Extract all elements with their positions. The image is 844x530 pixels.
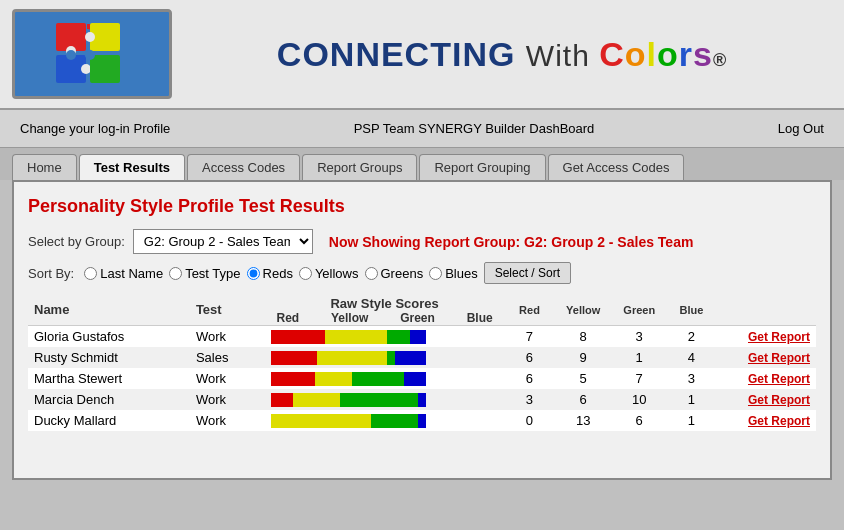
color-bar [271, 372, 426, 386]
svg-rect-6 [90, 55, 120, 83]
bar-red [271, 393, 294, 407]
cell-get-report[interactable]: Get Report [716, 368, 816, 389]
color-bar [271, 393, 426, 407]
bar-blue [395, 351, 426, 365]
title-s: s [693, 35, 713, 73]
cell-red: 6 [505, 368, 555, 389]
cell-yellow: 8 [554, 326, 612, 348]
logo-box [12, 9, 172, 99]
sort-yellows-radio[interactable] [299, 267, 312, 280]
cell-yellow: 9 [554, 347, 612, 368]
col-header-bar: Raw Style Scores Red Yellow Green Blue [265, 294, 505, 326]
tab-get-access-codes[interactable]: Get Access Codes [548, 154, 685, 180]
select-label: Select by Group: [28, 234, 125, 249]
tabs-bar: Home Test Results Access Codes Report Gr… [0, 148, 844, 180]
svg-point-7 [85, 50, 95, 60]
change-profile-link[interactable]: Change your log-in Profile [20, 121, 170, 136]
bar-blue [404, 372, 426, 386]
col-header-green: Green [400, 311, 435, 325]
sort-label: Sort By: [28, 266, 74, 281]
get-report-link[interactable]: Get Report [748, 330, 810, 344]
bar-green [387, 330, 410, 344]
cell-bar [265, 368, 505, 389]
now-showing-text: Now Showing Report Group: G2: Group 2 - … [329, 234, 694, 250]
cell-get-report[interactable]: Get Report [716, 410, 816, 431]
svg-point-5 [81, 64, 91, 74]
tab-access-codes[interactable]: Access Codes [187, 154, 300, 180]
color-bar [271, 351, 426, 365]
cell-yellow: 5 [554, 368, 612, 389]
bar-blue [418, 393, 426, 407]
cell-get-report[interactable]: Get Report [716, 326, 816, 348]
cell-name: Ducky Mallard [28, 410, 190, 431]
cell-red: 6 [505, 347, 555, 368]
cell-bar [265, 389, 505, 410]
cell-get-report[interactable]: Get Report [716, 389, 816, 410]
col-header-blue: Blue [467, 311, 493, 325]
get-report-link[interactable]: Get Report [748, 414, 810, 428]
main-content: Personality Style Profile Test Results S… [12, 180, 832, 480]
col-header-green-num: Green [612, 294, 667, 326]
get-report-link[interactable]: Get Report [748, 372, 810, 386]
logout-link[interactable]: Log Out [778, 121, 824, 136]
cell-bar [265, 410, 505, 431]
cell-name: Rusty Schmidt [28, 347, 190, 368]
sort-yellows[interactable]: Yellows [299, 266, 359, 281]
header: CONNECTING With Colors® [0, 0, 844, 110]
app-title: CONNECTING With Colors® [172, 35, 832, 74]
table-row: Gloria Gustafos Work 7 8 3 2 Get Report [28, 326, 816, 348]
bar-red [271, 351, 318, 365]
cell-blue: 4 [667, 347, 717, 368]
tab-report-groups[interactable]: Report Groups [302, 154, 417, 180]
cell-green: 10 [612, 389, 667, 410]
col-header-yellow: Yellow [331, 311, 368, 325]
select-row: Select by Group: G2: Group 2 - Sales Tea… [28, 229, 816, 254]
cell-name: Marcia Dench [28, 389, 190, 410]
sort-blues-radio[interactable] [429, 267, 442, 280]
cell-green: 1 [612, 347, 667, 368]
get-report-link[interactable]: Get Report [748, 351, 810, 365]
bar-green [352, 372, 403, 386]
sort-greens-radio[interactable] [365, 267, 378, 280]
title-C: C [599, 35, 625, 73]
select-sort-button[interactable]: Select / Sort [484, 262, 571, 284]
sort-testtype-radio[interactable] [169, 267, 182, 280]
bar-yellow [271, 414, 371, 428]
title-l: l [647, 35, 657, 73]
sort-lastname[interactable]: Last Name [84, 266, 163, 281]
tab-report-grouping[interactable]: Report Grouping [419, 154, 545, 180]
col-header-name: Name [28, 294, 190, 326]
cell-blue: 1 [667, 410, 717, 431]
title-connecting: CONNECTING [277, 35, 526, 73]
sort-row: Sort By: Last Name Test Type Reds Yellow… [28, 262, 816, 284]
bar-red [271, 372, 316, 386]
cell-red: 3 [505, 389, 555, 410]
sort-testtype[interactable]: Test Type [169, 266, 240, 281]
raw-scores-header: Raw Style Scores [271, 296, 499, 311]
sort-reds-radio[interactable] [247, 267, 260, 280]
table-row: Martha Stewert Work 6 5 7 3 Get Report [28, 368, 816, 389]
tab-test-results[interactable]: Test Results [79, 154, 185, 180]
results-table-wrap: Name Test Raw Style Scores Red Yellow Gr… [28, 294, 816, 431]
get-report-link[interactable]: Get Report [748, 393, 810, 407]
bar-blue [418, 414, 426, 428]
sort-lastname-radio[interactable] [84, 267, 97, 280]
sort-greens[interactable]: Greens [365, 266, 424, 281]
cell-blue: 1 [667, 389, 717, 410]
title-o1: o [625, 35, 647, 73]
cell-test: Work [190, 326, 265, 348]
cell-bar [265, 326, 505, 348]
sort-blues[interactable]: Blues [429, 266, 478, 281]
cell-blue: 2 [667, 326, 717, 348]
tab-home[interactable]: Home [12, 154, 77, 180]
topbar: Change your log-in Profile PSP Team SYNE… [0, 110, 844, 148]
group-select[interactable]: G2: Group 2 - Sales Team [133, 229, 313, 254]
sort-reds[interactable]: Reds [247, 266, 293, 281]
results-table: Name Test Raw Style Scores Red Yellow Gr… [28, 294, 816, 431]
table-row: Rusty Schmidt Sales 6 9 1 4 Get Report [28, 347, 816, 368]
col-header-yellow-num: Yellow [554, 294, 612, 326]
cell-get-report[interactable]: Get Report [716, 347, 816, 368]
bar-yellow [317, 351, 387, 365]
title-o2: o [657, 35, 679, 73]
title-r: r [679, 35, 693, 73]
